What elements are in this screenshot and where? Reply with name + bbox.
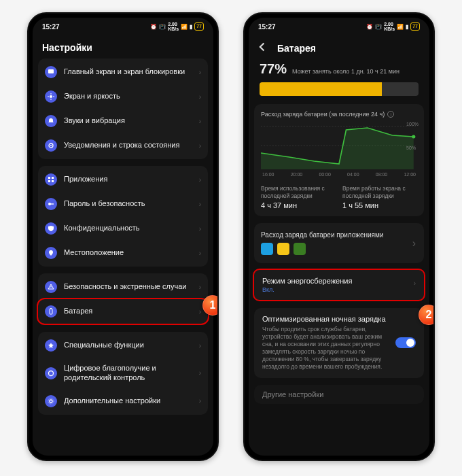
row-additional-settings[interactable]: Дополнительные настройки › — [38, 389, 208, 413]
page-header: Батарея — [249, 35, 429, 60]
chevron-right-icon: › — [199, 118, 201, 125]
settings-list: Главный экран и экран блокировки › Экран… — [33, 58, 213, 427]
battery-estimate: Может занять около 1 дн. 10 ч 21 мин — [292, 68, 399, 75]
svg-rect-14 — [50, 286, 51, 288]
usage-chart: 100% 50% — [261, 122, 417, 169]
svg-point-19 — [48, 398, 54, 404]
vibrate-icon: 📳 — [159, 24, 166, 30]
psm-title: Режим энергосбережения — [262, 277, 416, 285]
annotation-marker-1: 1 — [202, 295, 219, 316]
row-label: Экран и яркость — [64, 92, 192, 101]
row-display-brightness[interactable]: Экран и яркость › — [38, 84, 208, 109]
battery-indicator: 77 — [194, 22, 204, 31]
row-label: Конфиденциальность — [64, 224, 192, 233]
sun-icon — [45, 90, 57, 103]
opt-desc: Чтобы продлить срок службы батареи, устр… — [262, 326, 391, 371]
status-time: 15:27 — [42, 23, 60, 31]
screen-settings: 15:27 ⏰ 📳 2.00KB/s 📶 ▮ 77 Настройки Глав… — [33, 18, 213, 456]
status-bar: 15:27 ⏰ 📳 2.00KB/s 📶 ▮ 77 — [33, 18, 213, 35]
row-home-lock-screen[interactable]: Главный экран и экран блокировки › — [38, 60, 208, 84]
svg-rect-13 — [50, 203, 54, 204]
location-icon — [45, 247, 57, 259]
row-label: Приложения — [64, 175, 192, 184]
row-apps[interactable]: Приложения › — [38, 167, 208, 192]
row-privacy[interactable]: Конфиденциальность › — [38, 216, 208, 241]
chevron-right-icon: › — [199, 201, 201, 208]
section-personalization: Главный экран и экран блокировки › Экран… — [38, 58, 208, 159]
chevron-right-icon: › — [199, 284, 201, 291]
row-label: Цифровое благополучие и родительский кон… — [64, 364, 192, 383]
alarm-icon: ⏰ — [150, 24, 157, 30]
row-special-features[interactable]: Специальные функции › — [38, 333, 208, 358]
svg-rect-9 — [52, 177, 54, 179]
row-label: Батарея — [64, 307, 192, 316]
row-location[interactable]: Местоположение › — [38, 241, 208, 265]
stat-usage-time: Время использования с последней зарядки … — [261, 185, 336, 209]
row-optimized-night-charge[interactable]: Оптимизированная ночная зарядка Чтобы пр… — [254, 308, 424, 377]
row-password-security[interactable]: Пароль и безопасность › — [38, 192, 208, 216]
battery-bar — [254, 78, 424, 104]
section-system: Безопасность и экстренные случаи › Батар… — [38, 273, 208, 325]
row-label: Дополнительные настройки — [64, 396, 192, 406]
section-privacy: Приложения › Пароль и безопасность › Кон… — [38, 166, 208, 267]
notification-icon — [45, 139, 57, 152]
page-title: Батарея — [277, 43, 316, 54]
svg-point-17 — [49, 371, 54, 375]
row-label: Звуки и вибрация — [64, 116, 192, 126]
vibrate-icon: 📳 — [375, 24, 382, 30]
gear-icon — [45, 395, 57, 407]
svg-rect-15 — [50, 309, 52, 314]
row-notifications-status[interactable]: Уведомления и строка состояния › — [38, 133, 208, 158]
chevron-right-icon: › — [199, 69, 201, 76]
info-icon[interactable]: i — [387, 111, 394, 118]
battery-indicator: 77 — [410, 22, 420, 31]
row-safety-emergency[interactable]: Безопасность и экстренные случаи › — [38, 275, 208, 299]
svg-rect-0 — [48, 69, 54, 73]
row-sound-vibration[interactable]: Звуки и вибрация › — [38, 109, 208, 133]
key-icon — [45, 198, 57, 210]
chart-y-axis: 100% 50% — [406, 122, 419, 169]
status-time: 15:27 — [258, 23, 276, 31]
row-label: Пароль и безопасность — [64, 199, 192, 209]
phone-frame-right: 15:27 ⏰ 📳 2.00KB/s 📶 ▮ 77 Батарея 77% Мо… — [243, 12, 435, 461]
alarm-icon: ⏰ — [366, 24, 373, 30]
row-power-saving-mode[interactable]: Режим энергосбережения Вкл. › — [253, 269, 425, 301]
page-header: Настройки — [33, 35, 213, 58]
chevron-right-icon: › — [199, 225, 201, 233]
toggle-switch[interactable] — [395, 337, 416, 348]
battery-bar-fill — [260, 82, 382, 96]
app-icon — [294, 243, 306, 255]
back-button[interactable] — [258, 42, 268, 54]
emergency-icon — [45, 281, 57, 293]
row-label: Главный экран и экран блокировки — [64, 67, 192, 77]
chevron-right-icon: › — [199, 176, 201, 184]
row-label: Специальные функции — [64, 341, 192, 350]
chevron-right-icon: › — [199, 397, 201, 405]
row-other-settings[interactable]: Другие настройки — [254, 385, 424, 404]
usage-card-title: Расход заряда батареи (за последние 24 ч… — [261, 111, 417, 118]
wifi-icon: 📶 — [397, 24, 404, 30]
star-icon — [45, 339, 57, 352]
row-label: Безопасность и экстренные случаи — [64, 282, 192, 292]
chevron-right-icon: › — [412, 237, 416, 250]
usage-card[interactable]: Расход заряда батареи (за последние 24 ч… — [254, 104, 424, 216]
status-bar: 15:27 ⏰ 📳 2.00KB/s 📶 ▮ 77 — [249, 18, 429, 35]
row-battery[interactable]: Батарея › — [37, 298, 209, 325]
svg-rect-16 — [50, 308, 52, 309]
svg-rect-8 — [48, 177, 50, 179]
app-usage-icons — [261, 243, 417, 255]
app-usage-card[interactable]: Расход заряда батареи приложениями › — [254, 223, 424, 263]
screen-battery: 15:27 ⏰ 📳 2.00KB/s 📶 ▮ 77 Батарея 77% Мо… — [249, 18, 429, 456]
usage-stats: Время использования с последней зарядки … — [261, 185, 417, 209]
monitor-icon — [45, 66, 57, 78]
svg-point-1 — [50, 95, 52, 98]
svg-marker-22 — [261, 128, 414, 169]
chevron-right-icon: › — [199, 369, 201, 377]
battery-content: 77% Может занять около 1 дн. 10 ч 21 мин… — [249, 60, 429, 416]
app-icon — [277, 243, 289, 255]
status-icons: ⏰ 📳 2.00KB/s 📶 ▮ 77 — [366, 22, 420, 31]
chevron-right-icon: › — [199, 342, 201, 350]
svg-point-18 — [50, 400, 52, 403]
row-digital-wellbeing[interactable]: Цифровое благополучие и родительский кон… — [38, 358, 208, 389]
section-extra: Специальные функции › Цифровое благополу… — [38, 332, 208, 415]
